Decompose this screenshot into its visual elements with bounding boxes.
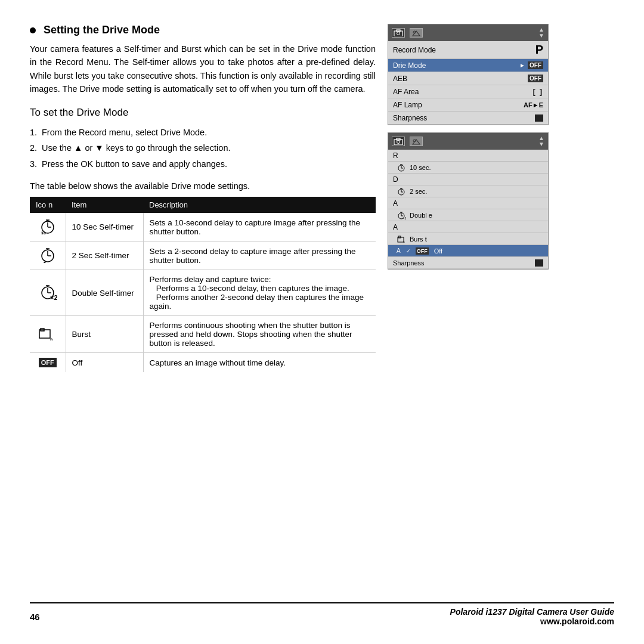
- item-2sec: 2 Sec Self-timer: [66, 242, 143, 270]
- table-intro: The table below shows the available Driv…: [30, 181, 376, 191]
- table-row: OFF Off Captures an image without time d…: [30, 353, 376, 373]
- brand-title: Polaroid i1237 Digital Camera User Guide: [450, 607, 614, 617]
- step-2: 2. Use the ▲ or ▼ keys to go through the…: [30, 141, 376, 154]
- section-title: Setting the Drive Mode: [30, 24, 376, 36]
- panel-row-sharpness-1: Sharpness: [388, 112, 548, 125]
- svg-point-23: [397, 32, 400, 35]
- body-paragraph: Your camera features a Self-timer and Bu…: [30, 42, 376, 96]
- main-content: Setting the Drive Mode Your camera featu…: [30, 24, 614, 595]
- sub-heading: To set the Drive Mode: [30, 107, 376, 119]
- 10sec-icon: ₁₀: [38, 218, 57, 234]
- drive-mode-table: Ico n Item Description: [30, 197, 376, 372]
- burst-icon: ₙ: [37, 325, 58, 342]
- col-header-description: Description: [143, 197, 376, 213]
- panel-row-record-mode: Record Mode P: [388, 41, 548, 59]
- off-badge: OFF: [39, 358, 57, 367]
- right-column: ▲ ▼ Record Mode P Drie Mode ► OFF AEB OF…: [388, 24, 561, 595]
- footer: 46 Polaroid i1237 Digital Camera User Gu…: [30, 602, 614, 626]
- left-column: Setting the Drive Mode Your camera featu…: [30, 24, 376, 595]
- 2sec-icon: ₂: [38, 246, 57, 263]
- nav-arrows-2: ▲ ▼: [538, 135, 544, 147]
- or-text: or: [85, 143, 92, 153]
- svg-text:×2: ×2: [402, 216, 406, 219]
- camera-tab-active: [392, 28, 405, 38]
- sharpness-bar-icon-2: [535, 259, 543, 267]
- icon-cell-burst: ₙ: [30, 316, 66, 353]
- panel-row-drive-mode: Drie Mode ► OFF: [388, 59, 548, 72]
- sharpness-bar-icon: [535, 114, 543, 122]
- desc-10sec: Sets a 10-second delay to capture image …: [143, 213, 376, 242]
- steps-list: 1. From the Record menu, select Drive Mo…: [30, 126, 376, 171]
- panel-row-af-lamp: AF Lamp AF►E: [388, 98, 548, 112]
- panel-row-af-area: AF Area [ ]: [388, 85, 548, 98]
- section-title-text: Setting the Drive Mode: [44, 24, 160, 36]
- off-badge-submenu: OFF: [416, 247, 429, 255]
- desc-burst: Performs continuous shooting when the sh…: [143, 316, 376, 353]
- submenu-row-burst: ₙ Burs t: [388, 233, 548, 245]
- svg-point-28: [397, 141, 400, 144]
- camera-panel-1: ▲ ▼ Record Mode P Drie Mode ► OFF AEB OF…: [388, 24, 549, 125]
- panel-row-aeb: AEB OFF: [388, 72, 548, 85]
- camera-tab-2-active: [392, 137, 405, 146]
- scene-tab: [410, 28, 423, 38]
- panel-header-2: ▲ ▼: [388, 133, 548, 150]
- scene-tab-2: [410, 137, 423, 146]
- desc-double: Performs delay and capture twice: Perfor…: [143, 270, 376, 316]
- submenu-row-2sec: 2 sec.: [388, 185, 548, 197]
- desc-off: Captures an image without time delay.: [143, 353, 376, 373]
- svg-text:×2: ×2: [50, 294, 57, 301]
- col-header-item: Item: [66, 197, 143, 213]
- table-row: ₙ Burst Performs continuous shooting whe…: [30, 316, 376, 353]
- svg-text:ₙ: ₙ: [50, 335, 52, 342]
- icon-cell-double: ×2: [30, 270, 66, 316]
- item-off: Off: [66, 353, 143, 373]
- brand-url: www.polaroid.com: [450, 617, 614, 626]
- submenu-row-off: A ✓ OFF Off: [388, 245, 548, 257]
- nav-arrows: ▲ ▼: [538, 27, 544, 39]
- col-header-icon: Ico n: [30, 197, 66, 213]
- submenu-row-a2: A: [388, 221, 548, 233]
- camera-panel-2: ▲ ▼ R 10 sec. D: [388, 132, 549, 270]
- icon-cell-off: OFF: [30, 353, 66, 373]
- icon-cell-10sec: ₁₀: [30, 213, 66, 242]
- submenu-row-r: R: [388, 150, 548, 162]
- svg-text:ₙ: ₙ: [403, 239, 405, 243]
- double-icon: ×2: [38, 284, 57, 301]
- footer-brand: Polaroid i1237 Digital Camera User Guide…: [450, 607, 614, 626]
- table-row: ×2 Double Self-timer Performs delay and …: [30, 270, 376, 316]
- panel-header-1: ▲ ▼: [388, 24, 548, 41]
- svg-text:₂: ₂: [44, 258, 46, 263]
- submenu-row-a1: A: [388, 197, 548, 209]
- step-3: 3. Press the OK button to save and apply…: [30, 157, 376, 171]
- item-double: Double Self-timer: [66, 270, 143, 316]
- submenu-row-sharpness: Sharpness: [388, 257, 548, 269]
- desc-2sec: Sets a 2-second delay to capture image a…: [143, 242, 376, 270]
- item-burst: Burst: [66, 316, 143, 353]
- page-number: 46: [30, 612, 40, 622]
- submenu-row-10sec: 10 sec.: [388, 162, 548, 174]
- svg-text:₁₀: ₁₀: [41, 230, 46, 234]
- item-10sec: 10 Sec Self-timer: [66, 213, 143, 242]
- table-row: ₁₀ 10 Sec Self-timer Sets a 10-second de…: [30, 213, 376, 242]
- page: Setting the Drive Mode Your camera featu…: [0, 0, 644, 644]
- submenu-row-d: D: [388, 174, 548, 185]
- bullet-icon: [30, 27, 36, 33]
- submenu-row-double: ×2 Doubl e: [388, 209, 548, 221]
- icon-cell-2sec: ₂: [30, 242, 66, 270]
- table-row: ₂ 2 Sec Self-timer Sets a 2-second delay…: [30, 242, 376, 270]
- step-1: 1. From the Record menu, select Drive Mo…: [30, 126, 376, 139]
